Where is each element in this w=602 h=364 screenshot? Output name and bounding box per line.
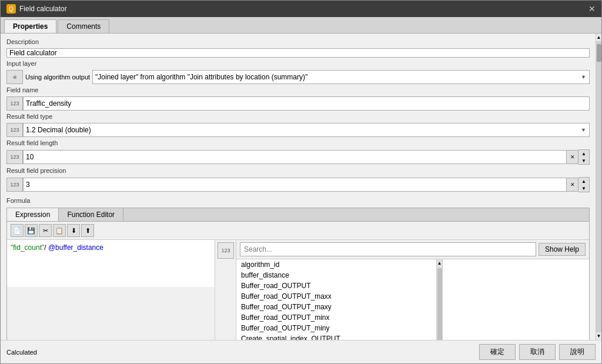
result-length-input[interactable]	[23, 150, 567, 164]
result-field-precision-label: Result field precision	[6, 167, 590, 174]
result-field-length-label: Result field length	[6, 139, 590, 146]
func-list-container: algorithm_idbuffer_distanceBuffer_road_O…	[236, 259, 442, 340]
formula-main: "fid_count"/ @buffer_distance 123	[7, 240, 589, 340]
result-type-select[interactable]: 1.2 Decimal (double)	[23, 123, 590, 137]
preview-num-icon: 123	[218, 242, 234, 259]
func-scroll-thumb	[437, 268, 442, 340]
import-btn[interactable]: ⬇	[67, 224, 80, 237]
right-panel: Show Help algorithm_idbuffer_distanceBuf…	[236, 240, 589, 340]
footer: Calculated 確定 取消 說明	[1, 340, 601, 363]
result-field-type-label: Result field type	[6, 113, 590, 120]
result-field-length-row: 123 ✕ ▲ ▼	[6, 149, 590, 165]
using-algo-label: Using algorithm output	[23, 72, 92, 82]
field-name-input[interactable]	[23, 96, 590, 111]
precision-clear-btn[interactable]: ✕	[567, 178, 578, 192]
new-file-btn[interactable]: 📄	[11, 224, 24, 237]
app-icon: Q	[6, 4, 16, 14]
expr-str: "fid_count"	[11, 243, 44, 252]
result-field-type-row: 123 1.2 Decimal (double)	[6, 123, 590, 137]
properties-content: Description Input layer ✳ Using algorith…	[1, 34, 596, 340]
cancel-button[interactable]: 取消	[519, 344, 556, 360]
expr-left: "fid_count"/ @buffer_distance	[7, 240, 215, 340]
result-type-icon: 123	[6, 123, 23, 137]
formula-section-label: Formula	[6, 197, 590, 204]
formula-tab-expression[interactable]: Expression	[7, 208, 59, 221]
save-btn[interactable]: 💾	[25, 224, 38, 237]
main-tabs: Properties Comments	[1, 17, 601, 34]
help-button[interactable]: 說明	[559, 344, 596, 360]
expr-var: @buffer_distance	[48, 243, 103, 252]
ok-button[interactable]: 確定	[479, 344, 516, 360]
description-label: Description	[6, 38, 590, 45]
main-scrollbar: ▲ ▼	[596, 34, 601, 340]
precision-spin-down[interactable]: ▼	[578, 185, 589, 192]
precision-spin-up[interactable]: ▲	[578, 178, 589, 185]
search-help-row: Show Help	[236, 240, 589, 259]
export-btn[interactable]: ⬆	[81, 224, 94, 237]
field-name-row: 123	[6, 96, 590, 111]
result-field-precision-row: 123 ✕ ▲ ▼	[6, 177, 590, 192]
function-list-item[interactable]: Create_spatial_index_OUTPUT	[236, 333, 436, 340]
close-button[interactable]: ✕	[588, 4, 596, 14]
function-list-item[interactable]: Buffer_road_OUTPUT_maxx	[236, 291, 436, 302]
formula-tabs: Expression Function Editor	[6, 208, 590, 221]
main-content: Description Input layer ✳ Using algorith…	[1, 34, 596, 340]
function-list-item[interactable]: Buffer_road_OUTPUT	[236, 280, 436, 291]
footer-calculated-label: Calculated	[6, 349, 479, 356]
func-list-scrollbar: ▲ ▼	[436, 259, 442, 340]
formula-toolbar: 📄 💾 ✂ 📋 ⬇ ⬆	[7, 222, 589, 240]
input-layer-row: ✳ Using algorithm output "Joined layer" …	[6, 70, 590, 84]
result-precision-input[interactable]	[23, 178, 567, 192]
input-layer-label: Input layer	[6, 60, 590, 67]
search-input[interactable]	[240, 242, 536, 256]
algo-select-wrapper: "Joined layer" from algorithm "Join attr…	[92, 70, 590, 84]
length-spin-down[interactable]: ▼	[578, 157, 589, 164]
main-scroll-track	[596, 41, 601, 332]
length-spinners: ▲ ▼	[578, 149, 590, 165]
func-list-wrapper: algorithm_idbuffer_distanceBuffer_road_O…	[236, 259, 589, 340]
length-clear-btn[interactable]: ✕	[567, 150, 578, 164]
expr-inner: "fid_count"/ @buffer_distance 123	[7, 240, 236, 340]
field-name-label: Field name	[6, 86, 590, 93]
function-list-item[interactable]: buffer_distance	[236, 270, 436, 280]
help-panel	[442, 259, 589, 340]
algo-select[interactable]: "Joined layer" from algorithm "Join attr…	[92, 70, 590, 84]
copy-btn[interactable]: 📋	[53, 224, 66, 237]
func-scroll-up[interactable]: ▲	[436, 259, 442, 267]
expression-panel: "fid_count"/ @buffer_distance 123	[7, 240, 236, 340]
show-help-button[interactable]: Show Help	[539, 243, 586, 256]
precision-spinners: ▲ ▼	[578, 177, 590, 192]
function-list-item[interactable]: Buffer_road_OUTPUT_minx	[236, 312, 436, 323]
content-scroll-area: Description Input layer ✳ Using algorith…	[1, 34, 601, 340]
snowflake-icon: ✳	[6, 70, 23, 84]
title-bar: Q Field calculator ✕	[1, 1, 601, 17]
window-title: Field calculator	[19, 5, 585, 13]
field-calculator-window: Q Field calculator ✕ Properties Comments…	[0, 0, 602, 364]
expression-editor[interactable]: "fid_count"/ @buffer_distance	[7, 240, 215, 287]
function-list: algorithm_idbuffer_distanceBuffer_road_O…	[236, 259, 436, 340]
main-scroll-up[interactable]: ▲	[596, 34, 601, 41]
field-name-icon: 123	[6, 96, 23, 111]
formula-tab-function-editor[interactable]: Function Editor	[59, 208, 123, 221]
main-scroll-thumb	[597, 44, 601, 62]
function-list-item[interactable]: algorithm_id	[236, 259, 436, 270]
description-input[interactable]	[6, 48, 590, 58]
tab-properties[interactable]: Properties	[4, 19, 56, 33]
formula-body: 📄 💾 ✂ 📋 ⬇ ⬆	[6, 221, 590, 340]
cut-btn[interactable]: ✂	[39, 224, 52, 237]
function-list-item[interactable]: Buffer_road_OUTPUT_miny	[236, 323, 436, 333]
result-type-select-wrapper: 1.2 Decimal (double)	[23, 123, 590, 137]
expr-preview-col: 123	[215, 240, 236, 340]
main-scroll-down[interactable]: ▼	[596, 332, 601, 340]
length-spin-up[interactable]: ▲	[578, 150, 589, 157]
formula-section: Expression Function Editor 📄 💾 ✂ 📋 ⬇ ⬆	[6, 208, 590, 340]
result-length-icon: 123	[6, 150, 23, 164]
expr-code: "fid_count"/ @buffer_distance	[11, 243, 103, 252]
function-list-item[interactable]: Buffer_road_OUTPUT_maxy	[236, 302, 436, 312]
expr-op: /	[44, 243, 48, 252]
footer-buttons: 確定 取消 說明	[479, 344, 596, 360]
tab-comments[interactable]: Comments	[58, 19, 109, 33]
result-precision-icon: 123	[6, 178, 23, 192]
